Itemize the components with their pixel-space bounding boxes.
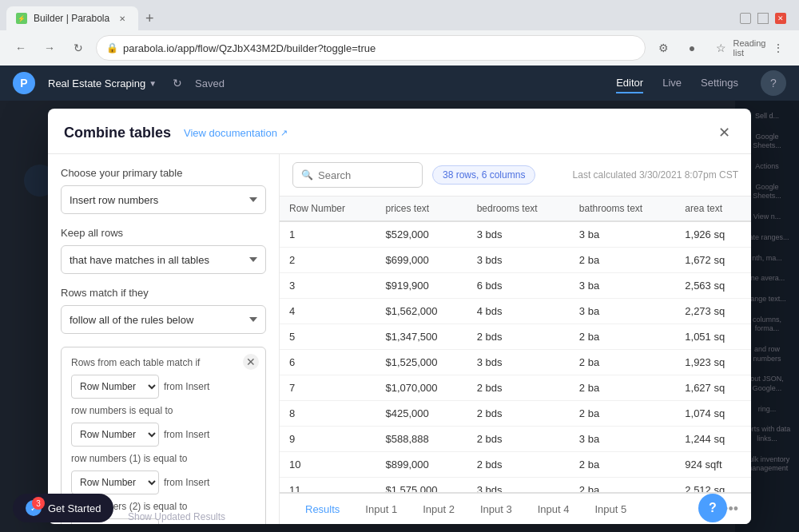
match-group: Rows match if they follow all of the rul… bbox=[61, 287, 266, 334]
tab-input5[interactable]: Input 5 bbox=[582, 494, 639, 524]
help-circle-button[interactable]: ? bbox=[761, 70, 786, 96]
col-bathrooms: bathrooms text bbox=[570, 197, 675, 221]
search-icon: 🔍 bbox=[301, 169, 313, 181]
nav-settings[interactable]: Settings bbox=[701, 73, 738, 93]
maximize-button[interactable] bbox=[757, 13, 769, 24]
table-cell: $1,562,000 bbox=[376, 299, 467, 324]
modal-close-button[interactable]: ✕ bbox=[713, 121, 735, 144]
table-cell: 3 ba bbox=[570, 273, 675, 299]
table-cell: 3 bbox=[280, 273, 376, 299]
table-cell: 2 ba bbox=[570, 324, 675, 350]
main-content: Sell d... Google Sheets... Actions Googl… bbox=[0, 101, 799, 532]
nav-editor[interactable]: Editor bbox=[616, 73, 643, 93]
app-bar: P Real Estate Scraping ▼ ↻ Saved Editor … bbox=[0, 66, 799, 101]
table-cell: 11 bbox=[280, 478, 376, 493]
rows-columns-badge[interactable]: 38 rows, 6 columns bbox=[432, 165, 535, 185]
chevron-down-icon[interactable]: ▼ bbox=[149, 79, 157, 88]
table-cell: $529,000 bbox=[376, 221, 467, 248]
notification-badge: 3 bbox=[32, 497, 45, 510]
search-box[interactable]: 🔍 bbox=[292, 162, 423, 188]
table-cell: 2 bds bbox=[467, 324, 570, 350]
right-panel-header: 🔍 38 rows, 6 columns Last calculated 3/3… bbox=[280, 154, 751, 197]
table-cell: 2 ba bbox=[570, 478, 675, 493]
table-cell: 1,627 sq bbox=[675, 375, 751, 401]
table-cell: $919,900 bbox=[376, 273, 467, 299]
show-updated-results-button[interactable]: Show Updated Results bbox=[128, 511, 225, 522]
primary-table-group: Choose your primary table Insert row num… bbox=[61, 167, 266, 214]
table-cell: 1,923 sq bbox=[675, 350, 751, 375]
table-row: 1$529,0003 bds3 ba1,926 sq bbox=[280, 221, 751, 248]
tab-results[interactable]: Results bbox=[292, 494, 352, 524]
match-label: Rows match if they bbox=[61, 287, 266, 299]
table-cell: 3 bds bbox=[467, 478, 570, 493]
table-cell: 4 bbox=[280, 299, 376, 324]
table-row: 3$919,9006 bds3 ba2,563 sq bbox=[280, 273, 751, 299]
profile-button[interactable]: ● bbox=[681, 37, 703, 59]
table-cell: 2 ba bbox=[570, 452, 675, 478]
refresh-button[interactable]: ↻ bbox=[173, 77, 182, 89]
table-cell: 2 ba bbox=[570, 248, 675, 273]
tab-input1[interactable]: Input 1 bbox=[352, 494, 410, 524]
reading-list-button[interactable]: Reading list bbox=[738, 37, 761, 59]
table-cell: 3 bds bbox=[467, 350, 570, 375]
get-started-icon-wrap: ✓ 3 bbox=[26, 500, 42, 516]
right-panel: 🔍 38 rows, 6 columns Last calculated 3/3… bbox=[280, 154, 751, 524]
keep-rows-label: Keep all rows bbox=[61, 227, 266, 239]
table-cell: 9 bbox=[280, 427, 376, 452]
close-window-button[interactable]: ✕ bbox=[775, 13, 786, 24]
help-button[interactable]: ? bbox=[698, 494, 727, 522]
table-cell: 5 bbox=[280, 324, 376, 350]
rule3-from1-text: from Insert bbox=[164, 477, 209, 488]
match-select[interactable]: follow all of the rules below bbox=[61, 305, 266, 334]
bookmark-button[interactable]: ☆ bbox=[710, 37, 732, 59]
search-input[interactable] bbox=[318, 169, 414, 181]
rule2-is-equal-text: row numbers (1) is equal to bbox=[71, 453, 187, 464]
primary-table-select[interactable]: Insert row numbers bbox=[61, 185, 266, 214]
reload-button[interactable]: ↻ bbox=[67, 37, 89, 59]
nav-live[interactable]: Live bbox=[662, 73, 682, 93]
tab-input4[interactable]: Input 4 bbox=[525, 494, 582, 524]
view-documentation-link[interactable]: View documentation ↗ bbox=[184, 127, 288, 139]
rule1-field1-select[interactable]: Row Number bbox=[71, 375, 159, 399]
last-calculated-text: Last calculated 3/30/2021 8:07pm CST bbox=[573, 169, 738, 181]
tab-close-button[interactable]: ✕ bbox=[116, 12, 129, 25]
table-cell: $1,070,000 bbox=[376, 375, 467, 401]
extensions-button[interactable]: ⚙ bbox=[652, 37, 674, 59]
tab-input2[interactable]: Input 2 bbox=[410, 494, 467, 524]
table-cell: 8 bbox=[280, 401, 376, 427]
tab-title: Builder | Parabola bbox=[34, 13, 109, 24]
menu-button[interactable]: ⋮ bbox=[767, 37, 789, 59]
table-cell: 2,273 sq bbox=[675, 299, 751, 324]
table-cell: $1,525,000 bbox=[376, 350, 467, 375]
address-bar[interactable]: 🔒 parabola.io/app/flow/QzJbX43M2D/builde… bbox=[96, 35, 646, 61]
get-started-label: Get Started bbox=[48, 502, 101, 514]
primary-table-label: Choose your primary table bbox=[61, 167, 266, 179]
table-cell: 10 bbox=[280, 452, 376, 478]
keep-rows-select[interactable]: that have matches in all tables bbox=[61, 245, 266, 274]
rule2-field1-select[interactable]: Row Number bbox=[71, 423, 159, 447]
forward-button[interactable]: → bbox=[38, 37, 61, 59]
back-button[interactable]: ← bbox=[10, 37, 32, 59]
table-row: 11$1,575,0003 bds2 ba2,512 sq bbox=[280, 478, 751, 493]
table-cell: $425,000 bbox=[376, 401, 467, 427]
table-cell: 1,244 sq bbox=[675, 427, 751, 452]
table-row: 4$1,562,0004 bds3 ba2,273 sq bbox=[280, 299, 751, 324]
match-rules-close-button[interactable]: ✕ bbox=[243, 354, 259, 370]
get-started-button[interactable]: ✓ 3 Get Started bbox=[13, 494, 113, 522]
combine-tables-modal: Combine tables View documentation ↗ ✕ Ch… bbox=[48, 109, 751, 524]
keep-rows-group: Keep all rows that have matches in all t… bbox=[61, 227, 266, 274]
rule3-field1-select[interactable]: Row Number bbox=[71, 470, 159, 494]
new-tab-button[interactable]: + bbox=[138, 7, 161, 30]
table-cell: $1,347,500 bbox=[376, 324, 467, 350]
minimize-button[interactable] bbox=[740, 13, 751, 24]
table-row: 5$1,347,5002 bds2 ba1,051 sq bbox=[280, 324, 751, 350]
data-table: Row Number prices text bedrooms text bat… bbox=[280, 197, 751, 492]
tab-input3[interactable]: Input 3 bbox=[467, 494, 525, 524]
rule-row-1b: row numbers is equal to bbox=[71, 405, 256, 416]
app-nav: Editor Live Settings bbox=[616, 73, 738, 93]
rule-row-1: Row Number from Insert bbox=[71, 375, 256, 399]
table-cell: 2,563 sq bbox=[675, 273, 751, 299]
table-cell: 7 bbox=[280, 375, 376, 401]
active-tab[interactable]: ⚡ Builder | Parabola ✕ bbox=[6, 6, 138, 30]
table-cell: 2 bbox=[280, 248, 376, 273]
